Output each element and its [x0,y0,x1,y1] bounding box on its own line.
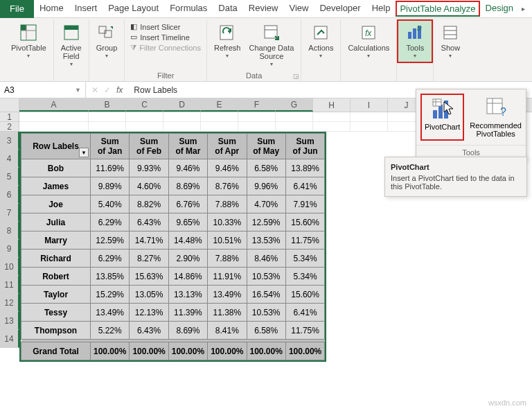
changedatasource-button[interactable]: Change Data Source ▾ [247,21,297,70]
label: Change Data Source [249,44,294,60]
group-show: Show ▾ [434,19,467,81]
row-header[interactable]: 5 [0,168,19,186]
row-header[interactable]: 4 [0,150,19,168]
chevron-down-icon: ▾ [414,53,416,60]
ribbon: PivotTable ▾ Active Field ▾ Group ▾ ◧Ins… [0,18,532,82]
label: Active Field [61,44,82,60]
recommended-pivottables-button[interactable]: ? Recommended PivotTables [467,94,524,141]
enter-icon[interactable]: ✓ [104,85,111,95]
refresh-button[interactable]: Refresh ▾ [211,21,244,62]
actions-button[interactable]: Actions ▾ [305,21,336,62]
col-header[interactable]: B [89,98,126,112]
cells-area[interactable]: Row Labels▼Sumof JanSumof FebSumof MarSu… [19,112,425,348]
label: PivotChart [425,123,460,131]
show-button[interactable]: Show ▾ [438,21,463,62]
svg-text:?: ? [500,106,506,118]
tooltip-title: PivotChart [391,163,521,171]
svg-rect-21 [433,110,437,119]
col-header[interactable]: G [276,98,313,112]
table-row[interactable]: Robert13.85%15.63%14.86%11.91%10.53%5.34… [21,268,325,286]
label: Filter Connections [139,44,201,52]
row-header[interactable]: 2 [0,122,19,132]
row-header[interactable]: 13 [0,312,19,330]
row-header[interactable]: 12 [0,294,19,312]
col-header[interactable]: F [238,98,276,112]
grand-total-row[interactable]: Grand Total100.00%100.00%100.00%100.00%1… [21,342,325,360]
col-header[interactable]: H [313,98,351,112]
group-label: Data [211,70,296,81]
filter-connections-button: ⧩Filter Connections [130,43,201,52]
table-row[interactable]: Richard6.29%8.27%2.90%7.88%8.46%5.34% [21,250,325,268]
table-row[interactable]: James9.89%4.60%8.69%8.76%9.96%6.41% [21,177,325,195]
table-row[interactable]: Bob11.69%9.93%9.46%9.46%6.58%13.89% [21,159,325,177]
table-row[interactable]: Thompson5.22%6.43%8.69%8.41%6.58%11.75% [21,322,325,340]
table-row[interactable]: Marry12.59%14.71%14.48%10.51%13.53%11.75… [21,231,325,250]
col-header[interactable]: A [19,98,89,112]
row-header[interactable]: 7 [0,204,19,222]
show-icon [441,23,460,42]
select-all-corner[interactable] [0,98,19,112]
col-header[interactable]: E [201,98,238,112]
svg-text:fx: fx [365,28,372,38]
tab-home[interactable]: Home [34,0,69,17]
name-box[interactable]: A3▼ [0,82,86,98]
tab-pagelayout[interactable]: Page Layout [103,0,164,17]
col-header[interactable]: D [163,98,201,112]
label: Insert Slicer [140,23,180,31]
tab-design[interactable]: Design [480,0,519,17]
insert-timeline-button[interactable]: ▭Insert Timeline [130,33,201,42]
tab-review[interactable]: Review [243,0,284,17]
pivotchart-button[interactable]: PivotChart [420,94,464,141]
row-header[interactable]: 14 [0,330,19,348]
tab-formulas[interactable]: Formulas [164,0,213,17]
label: Refresh [214,44,241,52]
menubar: File Home Insert Page Layout Formulas Da… [0,0,532,18]
cancel-icon[interactable]: ✕ [91,85,98,95]
tab-data[interactable]: Data [213,0,242,17]
group-button[interactable]: Group ▾ [94,21,121,62]
table-row[interactable]: Tessy13.49%12.13%11.39%11.38%10.53%6.41% [21,304,325,322]
row-header[interactable]: 1 [0,112,19,122]
table-row[interactable]: Joe5.40%8.82%6.76%7.88%4.70%7.91% [21,195,325,213]
row-header[interactable]: 9 [0,240,19,258]
tools-icon: fx [405,23,425,42]
tab-developer[interactable]: Developer [314,0,366,17]
insert-slicer-button[interactable]: ◧Insert Slicer [130,22,201,31]
activefield-button[interactable]: Active Field ▾ [58,21,85,70]
tab-help[interactable]: Help [366,0,396,17]
pivotchart-icon [432,98,454,120]
tab-view[interactable]: View [283,0,314,17]
row-header[interactable]: 10 [0,258,19,276]
row-header[interactable]: 6 [0,186,19,204]
tooltip-body: Insert a PivotChart tied to the data in … [391,174,515,191]
pivottable-button[interactable]: PivotTable ▾ [8,21,49,62]
svg-rect-11 [314,26,327,39]
table-row[interactable]: Julia6.29%6.43%9.65%10.33%12.59%15.60% [21,213,325,231]
group-pivottable: PivotTable ▾ [4,19,54,81]
fx-icon[interactable]: fx [116,85,123,95]
col-header[interactable]: I [351,98,388,112]
pivot-table[interactable]: Row Labels▼Sumof JanSumof FebSumof MarSu… [19,132,326,362]
calculations-button[interactable]: fx Calculations ▾ [345,21,392,62]
group-filter: ◧Insert Slicer ▭Insert Timeline ⧩Filter … [125,19,207,81]
row-header[interactable]: 8 [0,222,19,240]
svg-rect-23 [444,100,448,119]
tooltip: PivotChart Insert a PivotChart tied to t… [384,157,527,197]
dialog-launcher-icon[interactable]: ◲ [293,73,299,80]
tab-pivottable-analyze[interactable]: PivotTable Analyze [396,1,479,17]
chevron-down-icon: ▾ [70,62,73,68]
filter-dropdown-icon[interactable]: ▼ [79,148,89,157]
filter-icon: ⧩ [130,43,136,52]
table-row[interactable]: Taylor15.29%13.05%13.13%13.49%16.54%15.6… [21,286,325,304]
row-header[interactable]: 11 [0,276,19,294]
formula-input[interactable]: Row Labels [128,85,183,95]
tabs-more-chevron-icon[interactable]: ▸ [519,2,528,15]
label: Recommended PivotTables [470,121,522,138]
label: Actions [308,44,333,52]
tab-insert[interactable]: Insert [69,0,103,17]
file-tab[interactable]: File [0,0,34,18]
recommended-icon: ? [485,96,507,119]
row-header[interactable]: 3 [0,132,19,150]
tools-button[interactable]: fx Tools ▾ [397,19,433,63]
col-header[interactable]: C [126,98,163,112]
